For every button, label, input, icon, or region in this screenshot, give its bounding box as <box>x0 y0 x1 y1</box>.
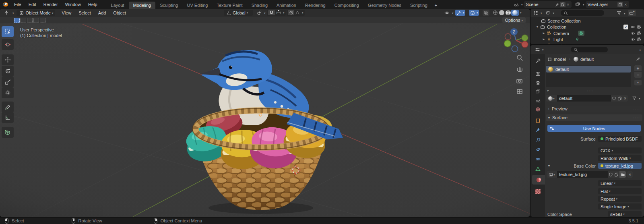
tab-modeling[interactable]: Modeling <box>129 2 156 9</box>
tab-texture-paint[interactable]: Texture Paint <box>212 2 247 9</box>
show-overlays-toggle[interactable]: ▾ <box>469 10 479 16</box>
disable-render-icon[interactable] <box>637 25 642 29</box>
copy-datablock-icon[interactable] <box>617 95 622 102</box>
disable-render-icon[interactable] <box>637 37 642 42</box>
unlink-scene-icon[interactable]: × <box>567 2 569 7</box>
tab-sculpting[interactable]: Sculpting <box>155 2 182 9</box>
outliner-row-collection[interactable]: ▼ Collection ✓ <box>530 24 644 30</box>
blender-logo-icon[interactable] <box>0 0 10 9</box>
shading-material-icon[interactable] <box>505 10 511 15</box>
disable-render-icon[interactable] <box>637 31 642 36</box>
browse-material-button[interactable]: ▾ <box>546 95 557 102</box>
tab-modifiers[interactable] <box>534 127 541 134</box>
menu-add[interactable]: Add <box>95 9 110 17</box>
tab-material[interactable] <box>532 175 545 185</box>
transform-orientation-dropdown[interactable]: Global▾ <box>224 10 253 16</box>
base-color-image-field[interactable]: texture_kd.jpg <box>598 163 642 169</box>
disclosure-closed-icon[interactable]: ► <box>542 44 545 44</box>
tab-world[interactable] <box>534 106 541 113</box>
surface-shader-dropdown[interactable]: Principled BSDF <box>598 136 642 142</box>
tab-uv-editing[interactable]: UV Editing <box>182 2 212 9</box>
outliner-row-light[interactable]: ► Light <box>530 36 644 42</box>
scene-icon[interactable] <box>512 2 520 7</box>
hide-eye-icon[interactable] <box>630 25 635 29</box>
pin-id-icon[interactable] <box>636 56 641 61</box>
list-resize-grip[interactable]: ···· <box>587 89 594 93</box>
editor-type-icon[interactable] <box>2 10 11 16</box>
tab-layout[interactable]: Layout <box>107 2 129 9</box>
tool-transform[interactable] <box>2 87 14 98</box>
outliner-editor-icon[interactable] <box>532 10 539 15</box>
pin-icon[interactable] <box>554 2 560 7</box>
add-workspace-button[interactable]: + <box>432 2 440 9</box>
outliner-row-scene-collection[interactable]: Scene Collection <box>530 18 644 24</box>
proportional-edit-icon[interactable] <box>288 10 294 15</box>
tool-measure[interactable] <box>2 112 14 123</box>
scene-name-field[interactable]: Scene × <box>524 1 572 8</box>
show-gizmo-toggle[interactable]: ▾ <box>455 10 465 16</box>
interpolation-dropdown[interactable]: Linear▾ <box>598 180 642 186</box>
tab-rendering[interactable]: Rendering <box>301 2 330 9</box>
disclosure-open-icon[interactable]: ▼ <box>536 25 539 29</box>
slot-specials-button[interactable]: ▾ <box>634 80 642 85</box>
menu-select[interactable]: Select <box>75 9 95 17</box>
falloff-curve-icon[interactable] <box>294 10 301 15</box>
menu-view[interactable]: View <box>58 9 75 17</box>
unlink-datablock-icon[interactable]: × <box>622 95 628 102</box>
select-mode-intersect-icon[interactable] <box>40 18 45 23</box>
zoom-view-icon[interactable] <box>517 55 522 60</box>
image-fake-user-icon[interactable] <box>608 171 613 178</box>
outliner-search-field[interactable] <box>561 10 604 16</box>
shading-solid-icon[interactable] <box>498 10 505 15</box>
viewport-canvas[interactable]: Z User Perspective (1) Collection | mode… <box>0 23 530 217</box>
pan-view-icon[interactable] <box>517 67 522 72</box>
outliner-filter-icon[interactable] <box>616 10 622 15</box>
navigation-gizmo[interactable]: Z <box>504 28 528 52</box>
tab-particles[interactable] <box>534 136 541 143</box>
outliner-display-mode-icon[interactable] <box>545 10 552 15</box>
mode-selector[interactable]: Object Mode ▾ <box>17 10 55 16</box>
tab-scene[interactable] <box>534 97 541 104</box>
outliner-row-camera[interactable]: ► Camera <box>530 30 644 36</box>
properties-editor-icon[interactable] <box>534 47 541 52</box>
remove-viewlayer-icon[interactable]: × <box>624 2 627 7</box>
tab-shading[interactable]: Shading <box>247 2 272 9</box>
gizmo-y[interactable] <box>504 40 511 47</box>
menu-render[interactable]: Render <box>40 0 62 9</box>
gizmo-neg-z[interactable] <box>512 46 518 52</box>
fake-user-shield-icon[interactable] <box>611 95 617 102</box>
tool-scale[interactable] <box>2 77 14 87</box>
color-space-dropdown[interactable]: sRGB▾ <box>608 211 642 217</box>
shading-rendered-icon[interactable] <box>511 10 519 16</box>
tab-object[interactable] <box>534 117 541 124</box>
distribution-dropdown[interactable]: GGX▾ <box>598 147 642 153</box>
tab-physics[interactable] <box>534 146 541 153</box>
shading-wireframe-icon[interactable] <box>492 10 498 15</box>
menu-object[interactable]: Object <box>109 9 130 17</box>
select-mode-invert-icon[interactable] <box>33 18 39 23</box>
select-mode-new-icon[interactable] <box>14 18 20 23</box>
hide-eye-icon[interactable] <box>630 37 635 42</box>
model-blue-jay-basket[interactable] <box>183 50 343 214</box>
tab-output[interactable] <box>534 79 541 86</box>
image-name-field[interactable]: texture_kd.jpg <box>557 171 608 178</box>
image-copy-icon[interactable] <box>613 171 619 178</box>
material-name-field[interactable]: default <box>557 95 611 102</box>
tool-move[interactable] <box>2 54 14 65</box>
projection-dropdown[interactable]: Flat▾ <box>598 188 642 194</box>
breadcrumb-object[interactable]: model <box>554 57 566 62</box>
menu-file[interactable]: File <box>10 0 25 9</box>
gizmo-neg-x[interactable] <box>505 34 511 40</box>
tab-tool[interactable] <box>534 57 541 64</box>
surface-panel-header[interactable]: ▾ Surface ···· <box>546 114 642 121</box>
new-viewlayer-icon[interactable] <box>617 2 623 7</box>
options-dropdown[interactable]: Options▾ <box>502 17 526 23</box>
tab-texture[interactable] <box>534 188 541 195</box>
menu-help[interactable]: Help <box>85 0 101 9</box>
gizmo-pos-y[interactable] <box>522 35 528 41</box>
add-slot-button[interactable]: + <box>634 65 642 71</box>
extension-dropdown[interactable]: Repeat▾ <box>598 196 642 202</box>
material-slot-item[interactable]: default <box>546 66 631 73</box>
source-dropdown[interactable]: Single Image▾ <box>598 203 642 209</box>
new-scene-icon[interactable] <box>560 2 566 7</box>
